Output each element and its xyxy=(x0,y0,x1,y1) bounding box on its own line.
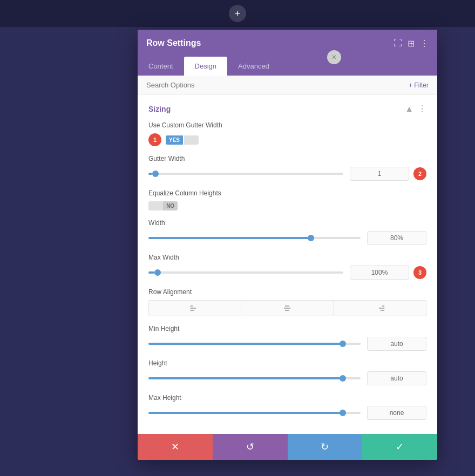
badge-3: 3 xyxy=(413,266,426,279)
custom-gutter-label: Use Custom Gutter Width xyxy=(148,121,426,129)
width-label: Width xyxy=(148,219,426,227)
gutter-width-label: Gutter Width xyxy=(148,155,426,162)
max-height-label: Max Height xyxy=(148,394,426,402)
close-button[interactable]: ✕ xyxy=(327,50,341,64)
badge-2: 2 xyxy=(413,167,426,180)
fullscreen-icon[interactable]: ⛶ xyxy=(393,38,402,48)
align-left-icon xyxy=(191,305,199,311)
row-alignment-label: Row Alignment xyxy=(148,288,426,296)
slider-fill xyxy=(148,173,152,175)
top-bar: + xyxy=(0,0,475,27)
custom-gutter-toggle: 1 YES xyxy=(148,133,426,146)
search-bar: + Filter xyxy=(138,76,437,95)
modal-header: Row Settings ⛶ ⊞ ⋮ xyxy=(138,30,437,57)
toggle-no-right[interactable]: NO xyxy=(163,201,178,210)
filter-button[interactable]: + Filter xyxy=(409,81,429,89)
save-button[interactable]: ✓ xyxy=(362,434,437,460)
search-input[interactable] xyxy=(146,81,409,89)
svg-rect-8 xyxy=(379,308,384,309)
min-height-row: auto xyxy=(148,337,426,351)
more-icon[interactable]: ⋮ xyxy=(418,104,426,114)
width-slider[interactable] xyxy=(148,237,361,239)
gutter-width-slider[interactable] xyxy=(148,173,343,175)
max-height-field: Max Height none xyxy=(148,394,426,420)
gutter-width-value[interactable]: 1 xyxy=(350,167,409,181)
height-label: Height xyxy=(148,359,426,367)
toggle-yes-no[interactable]: YES xyxy=(166,135,199,145)
height-slider[interactable] xyxy=(148,377,361,379)
max-height-row: none xyxy=(148,406,426,420)
tab-content[interactable]: Content xyxy=(138,57,184,76)
max-width-value[interactable]: 100% xyxy=(350,266,409,280)
cancel-button[interactable]: ✕ xyxy=(138,434,213,460)
max-width-slider[interactable] xyxy=(148,271,343,274)
align-center-icon xyxy=(283,305,291,311)
svg-rect-2 xyxy=(191,310,194,311)
width-field: Width 80% xyxy=(148,219,426,245)
tab-advanced[interactable]: Advanced xyxy=(227,57,280,76)
gutter-width-row: 1 2 xyxy=(148,167,426,181)
sizing-title: Sizing xyxy=(148,105,171,113)
modal-title: Row Settings xyxy=(146,38,201,48)
width-row: 80% xyxy=(148,231,426,245)
equalize-toggle[interactable]: NO xyxy=(148,201,426,210)
modal-footer: ✕ ↺ ↻ ✓ xyxy=(138,434,437,460)
height-value[interactable]: auto xyxy=(367,371,426,385)
tabs-bar: Content Design Advanced xyxy=(138,57,437,76)
toggle-no[interactable] xyxy=(184,135,199,145)
gutter-width-field: Gutter Width 1 2 xyxy=(148,155,426,181)
height-field: Height auto xyxy=(148,359,426,385)
sizing-section: Sizing ▲ ⋮ Use Custom Gutter Width 1 xyxy=(138,95,437,434)
max-width-row: 100% 3 xyxy=(148,266,426,280)
svg-rect-5 xyxy=(284,308,290,309)
svg-rect-9 xyxy=(381,310,384,311)
svg-rect-6 xyxy=(285,310,289,311)
min-height-value[interactable]: auto xyxy=(367,337,426,351)
alignment-buttons xyxy=(148,300,426,316)
min-height-slider[interactable] xyxy=(148,343,361,345)
tab-design[interactable]: Design xyxy=(184,57,227,76)
badge-1: 1 xyxy=(148,133,161,146)
equalize-label: Equalize Column Heights xyxy=(148,189,426,197)
align-right-button[interactable] xyxy=(334,300,426,316)
modal-body: Sizing ▲ ⋮ Use Custom Gutter Width 1 xyxy=(138,95,437,434)
row-settings-modal: Row Settings ⛶ ⊞ ⋮ Content Design Advanc… xyxy=(138,30,437,460)
svg-rect-1 xyxy=(191,308,196,309)
slider-thumb xyxy=(152,171,159,177)
header-icons: ⛶ ⊞ ⋮ xyxy=(393,38,429,49)
collapse-icon[interactable]: ▲ xyxy=(405,104,413,114)
svg-rect-4 xyxy=(285,305,289,307)
toggle-yes[interactable]: YES xyxy=(166,135,183,145)
align-center-button[interactable] xyxy=(241,300,334,316)
width-value[interactable]: 80% xyxy=(367,231,426,245)
menu-icon[interactable]: ⋮ xyxy=(420,38,429,49)
redo-button[interactable]: ↻ xyxy=(288,434,363,460)
custom-gutter-field: Use Custom Gutter Width 1 YES xyxy=(148,121,426,146)
columns-icon[interactable]: ⊞ xyxy=(408,38,415,49)
align-left-button[interactable] xyxy=(148,300,241,316)
align-right-icon xyxy=(376,305,384,311)
undo-button[interactable]: ↺ xyxy=(213,434,288,460)
max-height-slider[interactable] xyxy=(148,412,361,414)
equalize-field: Equalize Column Heights NO xyxy=(148,189,426,210)
min-height-label: Min Height xyxy=(148,325,426,332)
min-height-field: Min Height auto xyxy=(148,325,426,351)
sizing-section-header: Sizing ▲ ⋮ xyxy=(148,104,426,114)
add-button[interactable]: + xyxy=(229,5,246,22)
sizing-controls: ▲ ⋮ xyxy=(405,104,426,114)
max-height-value[interactable]: none xyxy=(367,406,426,420)
height-row: auto xyxy=(148,371,426,385)
max-width-label: Max Width xyxy=(148,254,426,261)
row-alignment-field: Row Alignment xyxy=(148,288,426,316)
max-width-field: Max Width 100% 3 xyxy=(148,254,426,280)
toggle-left[interactable] xyxy=(148,201,163,210)
